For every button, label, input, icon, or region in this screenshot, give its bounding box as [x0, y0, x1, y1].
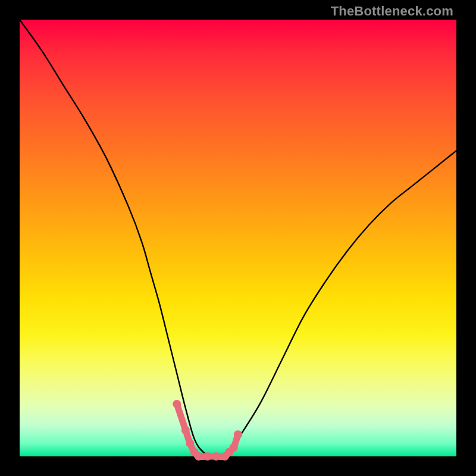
valley-highlight-dots	[173, 400, 242, 461]
chart-svg	[20, 20, 456, 456]
chart-frame: TheBottleneck.com	[0, 0, 476, 476]
valley-dot	[212, 452, 220, 461]
valley-dot	[230, 443, 238, 452]
valley-dot	[181, 426, 190, 434]
valley-dot	[203, 452, 212, 461]
bottleneck-curve	[20, 20, 456, 457]
watermark-text: TheBottleneck.com	[331, 4, 453, 19]
valley-dot	[234, 430, 242, 439]
valley-dot	[195, 452, 203, 461]
valley-dot	[186, 439, 194, 447]
valley-dot	[173, 400, 181, 408]
